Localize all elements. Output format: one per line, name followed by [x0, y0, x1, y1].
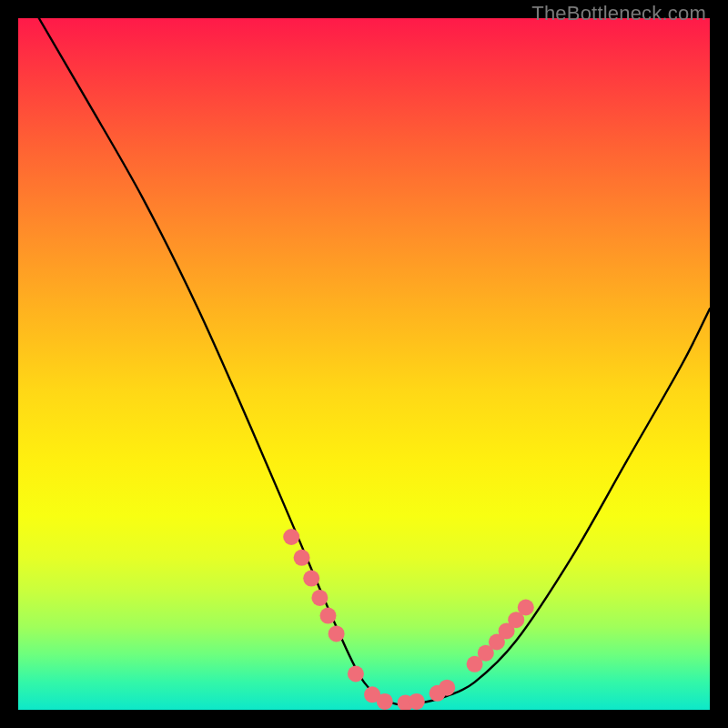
watermark-text: TheBottleneck.com [531, 2, 706, 25]
highlight-dot [409, 693, 425, 710]
highlight-dot [329, 625, 345, 642]
highlight-dot [439, 680, 455, 696]
highlight-dot [377, 693, 393, 710]
chart-frame: TheBottleneck.com [0, 0, 728, 728]
highlight-dot [320, 608, 337, 624]
highlight-dot [311, 590, 328, 606]
highlight-dot [294, 550, 310, 566]
chart-svg [18, 18, 710, 710]
bottleneck-curve [39, 18, 710, 704]
highlight-dot [518, 600, 534, 616]
highlight-dot-group [283, 529, 534, 710]
highlight-dot [303, 571, 319, 587]
highlight-dot [348, 666, 364, 682]
highlight-dot [283, 529, 299, 545]
plot-area [18, 18, 710, 710]
